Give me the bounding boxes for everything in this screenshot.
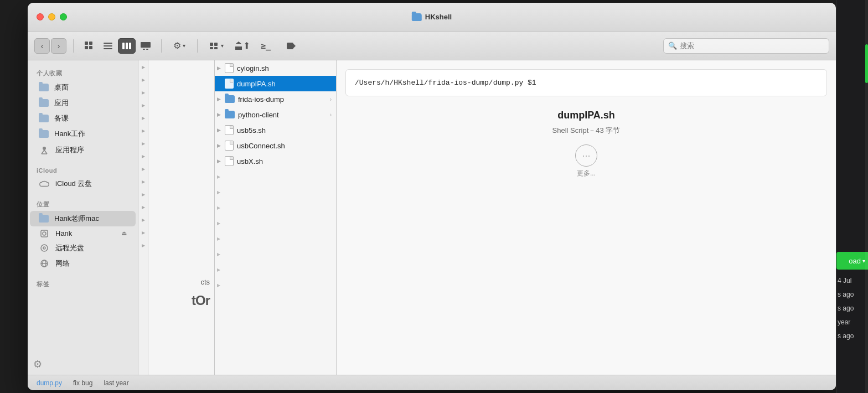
- scroll-arrow-1: ▶: [142, 65, 145, 70]
- back-button[interactable]: ‹: [34, 38, 50, 54]
- eject-icon[interactable]: ⏏: [121, 230, 127, 237]
- settings-icon: ⚙: [173, 40, 181, 51]
- partial-col: cts tOr: [148, 60, 215, 375]
- sidebar-item-remotedisc[interactable]: 远程光盘: [30, 240, 136, 256]
- file-name: cylogin.sh: [237, 64, 269, 73]
- apps-folder-icon: [39, 99, 49, 107]
- minimize-button[interactable]: [48, 13, 55, 20]
- traffic-lights: [37, 13, 67, 20]
- settings-button[interactable]: ⚙ ▾: [168, 38, 190, 54]
- file-item-frida[interactable]: ▶ frida-ios-dump ›: [215, 91, 336, 107]
- icloud-icon: [39, 180, 50, 188]
- terminal-button[interactable]: ≥_: [255, 38, 276, 54]
- file-icon: [225, 156, 234, 166]
- empty-row: ▶: [215, 231, 336, 246]
- svg-point-24: [41, 245, 48, 251]
- network-icon: [39, 260, 50, 267]
- file-icon: [225, 141, 234, 151]
- tags-section-title: 标签: [28, 276, 138, 291]
- toolbar: ‹ ›: [28, 32, 836, 60]
- window-title: HKshell: [412, 13, 452, 21]
- status-commit: fix bug: [73, 379, 92, 387]
- sidebar-item-label: Hank工作: [54, 129, 85, 139]
- location-section-title: 位置: [28, 196, 138, 211]
- file-name: frida-ios-dump: [238, 95, 284, 104]
- status-filename[interactable]: dump.py: [37, 379, 62, 387]
- file-item-usbx[interactable]: ▶ usbX.sh: [215, 153, 336, 169]
- chevron-right-icon: ›: [330, 112, 332, 118]
- forward-button[interactable]: ›: [51, 38, 66, 54]
- svg-line-19: [42, 150, 44, 154]
- svg-rect-15: [210, 47, 213, 49]
- view-column-button[interactable]: [118, 38, 136, 54]
- sidebar: 个人收藏 桌面 应用 备课 Hank工作: [28, 60, 138, 375]
- empty-row: ▶: [215, 262, 336, 277]
- view-buttons: [80, 38, 154, 54]
- svg-rect-13: [210, 43, 213, 46]
- scroll-arrow-13: ▶: [142, 218, 145, 223]
- file-item-dumpipa[interactable]: dumpIPA.sh: [215, 76, 336, 91]
- file-arrow: ▶: [217, 112, 221, 117]
- file-item-cylogin[interactable]: ▶ cylogin.sh: [215, 60, 336, 76]
- file-name: usb5s.sh: [237, 126, 266, 135]
- preview-filename: dumpIPA.sh: [557, 110, 615, 121]
- sidebar-item-hankmac[interactable]: Hank老师mac: [30, 211, 136, 226]
- sidebar-item-apps[interactable]: 应用: [30, 95, 136, 111]
- group-button[interactable]: ▾: [204, 38, 229, 54]
- file-icon: [225, 63, 234, 73]
- search-bar[interactable]: 🔍: [663, 38, 829, 54]
- scroll-arrow-8: ▶: [142, 154, 145, 159]
- tor-text: tOr: [192, 293, 210, 308]
- sidebar-item-icloud[interactable]: iCloud 云盘: [30, 176, 136, 192]
- file-arrow: ▶: [217, 158, 221, 164]
- svg-rect-9: [129, 43, 131, 49]
- view-icon-button[interactable]: [80, 38, 98, 54]
- file-icon: [225, 111, 235, 118]
- sidebar-item-hank[interactable]: Hank ⏏: [30, 226, 136, 240]
- empty-row: ▶: [215, 169, 336, 184]
- sidebar-item-network[interactable]: 网络: [30, 256, 136, 271]
- scroll-arrow-3: ▶: [142, 90, 145, 95]
- code-content: /Users/h/HKshell/frida-ios-dump/dump.py …: [355, 79, 536, 87]
- file-item-usb5s[interactable]: ▶ usb5s.sh: [215, 122, 336, 138]
- scroll-arrow-4: ▶: [142, 103, 145, 108]
- right-partial-panel: oad ▾ 4 Jul s ago s ago year s ago: [836, 0, 868, 393]
- preview-code: /Users/h/HKshell/frida-ios-dump/dump.py …: [345, 69, 827, 96]
- files-column: ▶ cylogin.sh dumpIPA.sh ▶ frida-ios-dump…: [215, 60, 337, 375]
- svg-rect-12: [146, 49, 148, 50]
- file-arrow: ▶: [217, 143, 221, 148]
- title-bar: HKshell: [28, 3, 836, 32]
- share-button[interactable]: ⬆: [233, 38, 251, 54]
- svg-rect-4: [104, 43, 112, 44]
- download-button-partial[interactable]: oad ▾: [836, 252, 868, 270]
- scrollbar-thumb[interactable]: [865, 44, 868, 83]
- sidebar-item-hankwork[interactable]: Hank工作: [30, 126, 136, 142]
- svg-rect-22: [41, 230, 48, 237]
- file-item-usbconnect[interactable]: ▶ usbConnect.sh: [215, 138, 336, 153]
- sidebar-item-desktop[interactable]: 桌面: [30, 80, 136, 95]
- file-arrow: ▶: [217, 96, 221, 102]
- file-name: usbX.sh: [237, 157, 263, 166]
- scroll-arrow-2: ▶: [142, 77, 145, 82]
- toolbar-separator-2: [161, 39, 162, 53]
- right-date-3: s ago: [838, 304, 854, 312]
- view-gallery-button[interactable]: [137, 38, 154, 54]
- scroll-arrow-11: ▶: [142, 192, 145, 197]
- sidebar-item-label: Hank老师mac: [54, 214, 99, 224]
- view-list-button[interactable]: [99, 38, 117, 54]
- more-button[interactable]: ···: [575, 144, 597, 167]
- svg-rect-5: [104, 45, 112, 46]
- cts-text: cts: [200, 278, 210, 286]
- content-area: 个人收藏 桌面 应用 备课 Hank工作: [28, 60, 836, 375]
- file-item-python[interactable]: ▶ python-client ›: [215, 107, 336, 122]
- sidebar-item-beike[interactable]: 备课: [30, 111, 136, 126]
- right-date-4: year: [838, 318, 850, 326]
- settings-chevron: ▾: [183, 43, 185, 49]
- sidebar-item-applications[interactable]: 应用程序: [30, 142, 136, 158]
- tag-button[interactable]: [281, 38, 302, 54]
- maximize-button[interactable]: [60, 13, 67, 20]
- sidebar-settings-icon[interactable]: ⚙: [33, 358, 42, 370]
- search-input[interactable]: [680, 42, 824, 50]
- terminal-icon: ≥_: [261, 41, 271, 51]
- close-button[interactable]: [37, 13, 44, 20]
